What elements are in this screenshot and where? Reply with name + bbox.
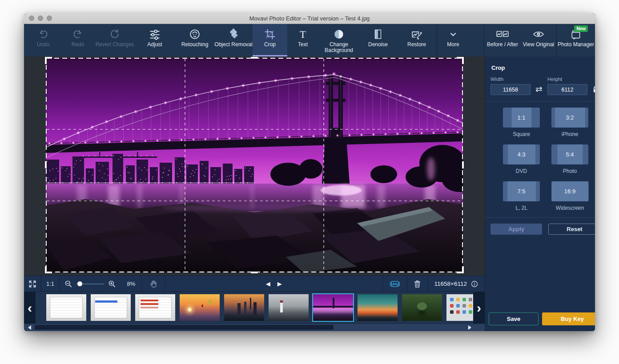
- width-label: Width: [490, 76, 531, 82]
- toolbar-button-text[interactable]: T Text: [287, 24, 318, 56]
- toolbar-button-view-original[interactable]: View Original: [521, 24, 556, 56]
- save-button[interactable]: Save: [489, 312, 539, 325]
- actual-size-button[interactable]: 1:1: [41, 276, 59, 292]
- toolbar-label: Before / After: [487, 42, 518, 48]
- preset-square[interactable]: 1:1 Square: [503, 108, 540, 137]
- scroll-right-arrow[interactable]: [468, 325, 471, 330]
- height-field[interactable]: [547, 84, 587, 95]
- thumbnail-screenshot-dialog[interactable]: [135, 294, 175, 321]
- preset-caption: Square: [513, 131, 530, 137]
- swap-dimensions-icon[interactable]: [533, 84, 545, 95]
- toolbar-label: Redo: [72, 42, 84, 48]
- preset-ratio: 5:4: [566, 151, 574, 158]
- crop-handle-left[interactable]: [45, 161, 47, 168]
- preset-iphone[interactable]: 3:2 iPhone: [551, 108, 588, 137]
- reset-button[interactable]: Reset: [548, 224, 595, 235]
- crop-handle-top[interactable]: [251, 57, 258, 59]
- toolbar-button-more[interactable]: More: [437, 24, 469, 56]
- toggle-filmstrip-button[interactable]: [383, 276, 407, 292]
- toolbar-button-retouching[interactable]: Retouching: [175, 24, 214, 56]
- zoom-window-button[interactable]: [47, 16, 52, 21]
- fit-to-screen-button[interactable]: [24, 276, 41, 292]
- filmstrip-prev-button[interactable]: ‹: [24, 292, 36, 324]
- previous-photo-button[interactable]: ◀: [266, 280, 270, 287]
- filmstrip-scrollbar[interactable]: [24, 324, 485, 331]
- toolbar-button-adjust[interactable]: Adjust: [134, 24, 175, 56]
- toolbar-button-crop[interactable]: Crop: [253, 24, 287, 56]
- toolbar-button-redo[interactable]: Redo: [60, 24, 95, 56]
- buy-key-button[interactable]: Buy Key: [542, 312, 595, 325]
- toolbar-button-before-after[interactable]: Before / After: [484, 24, 521, 56]
- scroll-left-arrow[interactable]: [28, 325, 31, 330]
- thumbnail-teal-sunset[interactable]: [358, 294, 398, 321]
- thumbnail-lighthouse[interactable]: [269, 294, 309, 321]
- undo-icon: [37, 28, 49, 40]
- thumbnail-screenshot-form[interactable]: [46, 294, 86, 321]
- toolbar-button-revert-changes[interactable]: Revert Changes: [95, 24, 134, 56]
- zoom-percent-label: 8%: [127, 280, 136, 287]
- toolbar-button-change-background[interactable]: Change Background: [318, 24, 359, 56]
- preset-photo[interactable]: 5:4 Photo: [551, 144, 588, 174]
- width-field[interactable]: [490, 84, 531, 95]
- toolbar-label: Object Removal: [214, 42, 252, 48]
- hand-tool-button[interactable]: [142, 276, 165, 292]
- photo-manager-icon: New: [570, 28, 582, 40]
- window-title: Movavi Photo Editor – Trial version – Te…: [249, 15, 370, 22]
- info-icon[interactable]: [470, 280, 478, 288]
- thumbnail-city-sunset[interactable]: [224, 294, 264, 321]
- close-window-button[interactable]: [29, 16, 34, 21]
- zoom-in-icon[interactable]: [108, 278, 117, 290]
- toolbar-button-denoise[interactable]: Denoise: [359, 24, 397, 56]
- crop-handle-bottom[interactable]: [251, 272, 258, 273]
- preset-ratio: 1:1: [517, 114, 525, 121]
- toolbar-button-photo-manager[interactable]: New Photo Manager: [557, 24, 595, 56]
- crop-handle-right[interactable]: [462, 161, 464, 168]
- zoom-slider-knob[interactable]: [77, 281, 82, 286]
- crop-handle-bottom-right[interactable]: [462, 266, 464, 273]
- thumbnail-forest[interactable]: [402, 294, 442, 321]
- toolbar-label: More: [447, 42, 459, 48]
- minimize-window-button[interactable]: [38, 16, 43, 21]
- redo-icon: [72, 28, 84, 40]
- image-dimensions: 11658×6112: [428, 280, 485, 288]
- zoom-controls: [60, 276, 121, 292]
- preset-ratio: 16:9: [564, 188, 575, 195]
- preset-dvd[interactable]: 4:3 DVD: [503, 144, 540, 174]
- zoom-out-icon[interactable]: [64, 278, 73, 290]
- object-removal-icon: [228, 28, 239, 40]
- thumbnail-list: [46, 294, 485, 321]
- actual-size-label: 1:1: [46, 280, 54, 287]
- next-photo-button[interactable]: ▶: [277, 280, 282, 287]
- chevron-down-icon: [448, 28, 458, 40]
- crop-handle-bottom-left[interactable]: [45, 266, 47, 273]
- zoom-slider[interactable]: [76, 284, 104, 284]
- delete-photo-button[interactable]: [407, 276, 428, 292]
- preset-caption: L, 2L: [515, 205, 527, 211]
- crop-icon: [264, 28, 276, 40]
- lock-open-icon[interactable]: [590, 84, 595, 95]
- preset-widescreen[interactable]: 16:9 Widescreen: [551, 181, 588, 211]
- crop-handle-top-right[interactable]: [462, 57, 464, 64]
- toolbar-button-restore[interactable]: Restore: [397, 24, 437, 56]
- thumbnail-screenshot-list[interactable]: [91, 294, 131, 321]
- thumbnail-purple-bridge-selected[interactable]: [313, 294, 353, 321]
- change-background-icon: [333, 28, 345, 40]
- preset-l-2l[interactable]: 7:5 L, 2L: [503, 181, 540, 211]
- scrollbar-thumb[interactable]: [35, 325, 334, 330]
- thumbnail-balloons-sunset[interactable]: [180, 294, 220, 321]
- toolbar-button-object-removal[interactable]: Object Removal: [214, 24, 253, 56]
- editor-canvas: [24, 56, 485, 276]
- crop-handle-top-left[interactable]: [45, 57, 47, 64]
- apply-button[interactable]: Apply: [490, 224, 542, 235]
- eye-icon: [532, 28, 545, 40]
- crop-area[interactable]: [46, 58, 463, 272]
- preset-caption: Widescreen: [556, 205, 584, 211]
- toolbar-label: Undo: [37, 42, 50, 48]
- preset-ratio: 3:2: [566, 114, 574, 121]
- canvas-toolbar: 1:1 8%: [24, 276, 485, 292]
- crop-overlay-grid: [46, 58, 463, 272]
- panel-divider: [485, 217, 595, 218]
- crop-panel: Crop Width Height: [485, 56, 595, 331]
- toolbar-button-undo[interactable]: Undo: [26, 24, 60, 56]
- filmstrip-next-button[interactable]: ›: [473, 292, 485, 324]
